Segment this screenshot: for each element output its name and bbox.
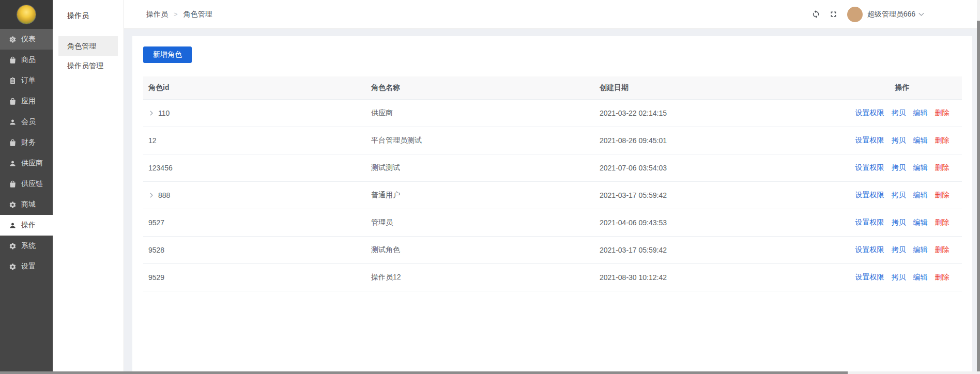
sidebar-item-商品[interactable]: 商品 (0, 50, 53, 70)
action-delete-3[interactable]: 删除 (935, 245, 950, 255)
action-delete-3[interactable]: 删除 (935, 273, 950, 282)
cell-created-date: 2021-07-06 03:54:03 (594, 164, 843, 172)
user-icon (9, 160, 17, 167)
cell-created-date: 2021-03-22 02:14:15 (594, 109, 843, 117)
action-delete-3[interactable]: 删除 (935, 191, 950, 200)
role-id-value: 888 (158, 191, 170, 199)
cell-created-date: 2021-03-17 05:59:42 (594, 246, 843, 254)
action-link-0[interactable]: 设置权限 (855, 273, 884, 282)
cell-actions: 设置权限拷贝编辑删除 (843, 245, 962, 255)
refresh-button[interactable] (811, 10, 820, 19)
submenu-item-操作员管理[interactable]: 操作员管理 (58, 56, 118, 75)
sidebar-item-供应商[interactable]: 供应商 (0, 153, 53, 174)
action-link-2[interactable]: 编辑 (913, 191, 928, 200)
cell-role-name: 测试测试 (366, 163, 594, 173)
action-link-1[interactable]: 拷贝 (892, 108, 906, 118)
sidebar-item-订单[interactable]: 订单 (0, 70, 53, 91)
horizontal-scrollbar[interactable] (0, 371, 980, 374)
bag-icon (9, 56, 17, 64)
role-id-value: 110 (158, 109, 170, 117)
topbar: 操作员 > 角色管理 超级管理员666 (124, 0, 977, 29)
role-id-value: 9527 (148, 219, 164, 227)
bag-icon (9, 98, 17, 105)
username-label[interactable]: 超级管理员666 (867, 10, 915, 19)
primary-sidebar: 仪表商品订单应用会员财务供应商供应链商城操作系统设置 (0, 0, 53, 371)
action-link-0[interactable]: 设置权限 (855, 245, 884, 255)
vertical-scrollbar[interactable] (977, 0, 980, 371)
action-link-2[interactable]: 编辑 (913, 163, 928, 173)
submenu-title: 操作员 (53, 0, 124, 36)
gear-icon (9, 242, 17, 250)
secondary-sidebar: 操作员 角色管理操作员管理 (53, 0, 124, 371)
sidebar-item-应用[interactable]: 应用 (0, 91, 53, 112)
action-delete-3[interactable]: 删除 (935, 163, 950, 173)
chevron-down-icon[interactable] (917, 10, 925, 18)
content-area: 新增角色 角色id 角色名称 创建日期 操作 110供应商2021-03-22 … (124, 29, 977, 371)
action-link-2[interactable]: 编辑 (913, 218, 928, 227)
action-link-0[interactable]: 设置权限 (855, 163, 884, 173)
row-actions: 设置权限拷贝编辑删除 (843, 163, 962, 173)
action-delete-3[interactable]: 删除 (935, 218, 950, 227)
cell-role-id: 110 (143, 109, 366, 117)
role-id-value: 12 (148, 136, 157, 145)
fullscreen-button[interactable] (829, 10, 838, 19)
sidebar-item-财务[interactable]: 财务 (0, 132, 53, 153)
sidebar-item-仪表[interactable]: 仪表 (0, 29, 53, 50)
table-row: 9528测试角色2021-03-17 05:59:42设置权限拷贝编辑删除 (143, 237, 962, 264)
sidebar-item-供应链[interactable]: 供应链 (0, 174, 53, 194)
cell-role-id: 9529 (143, 273, 366, 282)
action-link-0[interactable]: 设置权限 (855, 191, 884, 200)
sidebar-item-操作[interactable]: 操作 (0, 215, 53, 236)
sidebar-item-label: 供应商 (21, 159, 43, 168)
row-actions: 设置权限拷贝编辑删除 (843, 191, 962, 200)
primary-nav: 仪表商品订单应用会员财务供应商供应链商城操作系统设置 (0, 29, 53, 277)
breadcrumb-item-operators[interactable]: 操作员 (146, 10, 168, 19)
cell-role-name: 供应商 (366, 108, 594, 118)
action-link-0[interactable]: 设置权限 (855, 108, 884, 118)
action-link-1[interactable]: 拷贝 (892, 218, 906, 227)
submenu-item-label: 角色管理 (67, 42, 96, 50)
action-link-0[interactable]: 设置权限 (855, 136, 884, 145)
cell-created-date: 2021-08-26 09:45:01 (594, 136, 843, 145)
user-avatar[interactable] (847, 7, 863, 22)
cell-role-id: 123456 (143, 164, 366, 172)
cell-role-id: 9528 (143, 246, 366, 254)
sidebar-item-会员[interactable]: 会员 (0, 112, 53, 132)
action-link-1[interactable]: 拷贝 (892, 163, 906, 173)
table-row: 12平台管理员测试2021-08-26 09:45:01设置权限拷贝编辑删除 (143, 127, 962, 154)
action-link-2[interactable]: 编辑 (913, 245, 928, 255)
action-link-2[interactable]: 编辑 (913, 108, 928, 118)
action-link-1[interactable]: 拷贝 (892, 136, 906, 145)
fullscreen-icon (829, 10, 838, 19)
sidebar-item-设置[interactable]: 设置 (0, 256, 53, 277)
horizontal-scrollbar-thumb[interactable] (0, 371, 848, 374)
action-delete-3[interactable]: 删除 (935, 136, 950, 145)
action-link-0[interactable]: 设置权限 (855, 218, 884, 227)
table-body: 110供应商2021-03-22 02:14:15设置权限拷贝编辑删除12平台管… (143, 100, 962, 291)
gear-icon (9, 263, 17, 271)
vertical-scrollbar-thumb[interactable] (977, 21, 980, 371)
cell-created-date: 2021-04-06 09:43:53 (594, 219, 843, 227)
action-link-2[interactable]: 编辑 (913, 136, 928, 145)
expand-row-button[interactable] (148, 110, 155, 116)
cell-role-name: 平台管理员测试 (366, 136, 594, 145)
action-link-1[interactable]: 拷贝 (892, 245, 906, 255)
submenu-item-label: 操作员管理 (67, 61, 103, 70)
sidebar-item-商城[interactable]: 商城 (0, 194, 53, 215)
cell-created-date: 2021-08-30 10:12:42 (594, 273, 843, 282)
bag-icon (9, 139, 17, 147)
action-delete-3[interactable]: 删除 (935, 108, 950, 118)
sidebar-item-label: 商品 (21, 55, 36, 65)
roles-table: 角色id 角色名称 创建日期 操作 110供应商2021-03-22 02:14… (143, 76, 962, 291)
row-actions: 设置权限拷贝编辑删除 (843, 108, 962, 118)
expand-row-button[interactable] (148, 192, 155, 198)
cell-role-id: 12 (143, 136, 366, 145)
action-link-1[interactable]: 拷贝 (892, 191, 906, 200)
action-link-2[interactable]: 编辑 (913, 273, 928, 282)
sidebar-item-系统[interactable]: 系统 (0, 236, 53, 256)
submenu-item-角色管理[interactable]: 角色管理 (58, 36, 118, 56)
cell-role-name: 普通用户 (366, 191, 594, 200)
cell-role-name: 管理员 (366, 218, 594, 227)
add-role-button[interactable]: 新增角色 (143, 46, 192, 63)
action-link-1[interactable]: 拷贝 (892, 273, 906, 282)
